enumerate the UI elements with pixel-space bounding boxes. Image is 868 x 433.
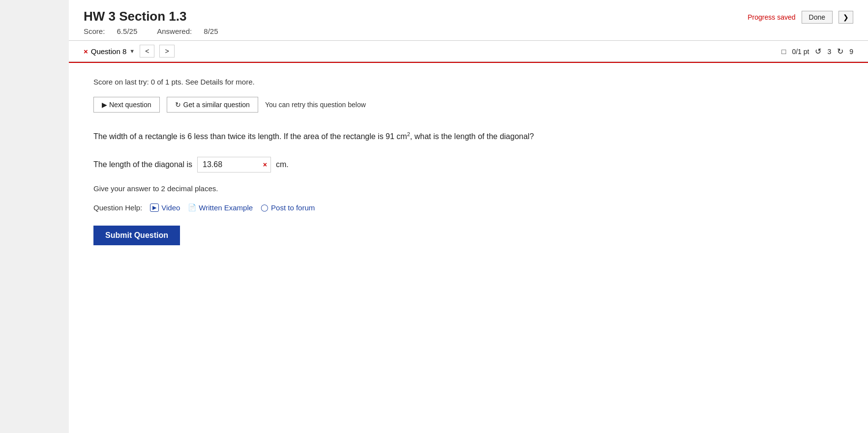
answered-value: 8/25 bbox=[204, 27, 218, 35]
similar-label: Get a similar question bbox=[183, 101, 250, 109]
next-question-btn[interactable]: ▶ Next question bbox=[93, 97, 160, 113]
question-text-part1: The width of a rectangle is 6 less than … bbox=[93, 132, 407, 141]
header-meta: Score: 6.5/25 Answered: 8/25 bbox=[84, 27, 853, 35]
question-status-icon: × bbox=[84, 47, 88, 56]
score-notice: Score on last try: 0 of 1 pts. See Detai… bbox=[93, 78, 843, 86]
question-text: The width of a rectangle is 6 less than … bbox=[93, 130, 634, 143]
post-to-forum-link[interactable]: ◯ Post to forum bbox=[261, 203, 315, 212]
question-label: Question 8 bbox=[91, 47, 127, 56]
written-label: Written Example bbox=[199, 203, 253, 212]
refresh-icon[interactable]: ↻ bbox=[837, 47, 843, 56]
forum-icon: ◯ bbox=[261, 203, 269, 211]
video-label: Video bbox=[161, 203, 180, 212]
next-question-button[interactable]: > bbox=[159, 45, 174, 58]
forum-label: Post to forum bbox=[271, 203, 315, 212]
written-example-link[interactable]: 📄 Written Example bbox=[188, 203, 253, 212]
done-button[interactable]: Done bbox=[802, 11, 833, 24]
prev-question-button[interactable]: < bbox=[140, 45, 154, 58]
expand-button[interactable]: ❯ bbox=[838, 11, 853, 24]
answer-prefix: The length of the diagonal is bbox=[93, 160, 192, 169]
score-label: Score: bbox=[84, 27, 105, 35]
retry-text: You can retry this question below bbox=[265, 101, 366, 109]
written-icon: 📄 bbox=[188, 203, 196, 211]
similar-icon: ↻ bbox=[175, 101, 181, 109]
dropdown-arrow-icon[interactable]: ▼ bbox=[129, 48, 135, 54]
nav-right-info: □ 0/1 pt ↺ 3 ↻ 9 bbox=[781, 47, 853, 56]
unit-label: cm. bbox=[276, 160, 289, 169]
similar-question-btn[interactable]: ↻ Get a similar question bbox=[167, 97, 258, 113]
content-area: Score on last try: 0 of 1 pts. See Detai… bbox=[69, 63, 868, 265]
answer-row: The length of the diagonal is × cm. bbox=[93, 157, 843, 173]
question-nav-bar: × Question 8 ▼ < > □ 0/1 pt ↺ 3 ↻ 9 bbox=[69, 40, 868, 62]
score-value: 6.5/25 bbox=[117, 27, 138, 35]
help-label: Question Help: bbox=[93, 203, 142, 212]
question-selector: × Question 8 ▼ bbox=[84, 47, 135, 56]
attempts-count: 3 bbox=[827, 47, 831, 55]
submit-question-button[interactable]: Submit Question bbox=[93, 226, 180, 245]
video-link[interactable]: ▶ Video bbox=[150, 203, 180, 212]
checkmark-icon: □ bbox=[781, 47, 786, 56]
answer-input-wrapper: × bbox=[197, 157, 271, 173]
page-title: HW 3 Section 1.3 bbox=[84, 9, 853, 24]
clear-input-button[interactable]: × bbox=[263, 161, 267, 169]
decimal-hint: Give your answer to 2 decimal places. bbox=[93, 184, 843, 193]
progress-saved-text: Progress saved bbox=[748, 13, 795, 21]
score-suffix: 9 bbox=[849, 47, 853, 55]
pts-value: 0/1 pt bbox=[792, 47, 809, 55]
video-icon: ▶ bbox=[150, 203, 159, 212]
action-buttons-row: ▶ Next question ↻ Get a similar question… bbox=[93, 97, 843, 113]
answered-label: Answered: bbox=[157, 27, 192, 35]
retry-icon[interactable]: ↺ bbox=[815, 47, 821, 56]
question-text-part2: , what is the length of the diagonal? bbox=[410, 132, 534, 141]
help-row: Question Help: ▶ Video 📄 Written Example… bbox=[93, 203, 843, 212]
answer-input[interactable] bbox=[197, 157, 271, 173]
